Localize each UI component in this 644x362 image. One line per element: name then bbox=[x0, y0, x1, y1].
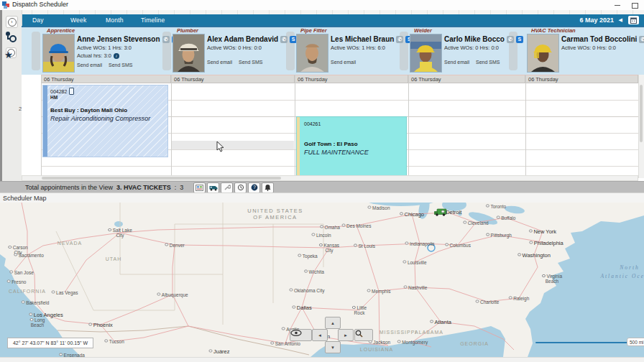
notifications-button[interactable] bbox=[262, 182, 274, 193]
eye-icon bbox=[290, 330, 302, 336]
report-button[interactable] bbox=[193, 182, 206, 193]
resource-photo bbox=[296, 34, 328, 73]
maximize-button[interactable] bbox=[630, 2, 640, 9]
map-label-city: Denver bbox=[165, 243, 184, 248]
colon: : bbox=[175, 184, 177, 191]
magnifier-icon bbox=[355, 330, 363, 338]
resource-stats: Active WOs: 0 Hrs: 0:0 bbox=[207, 45, 292, 51]
vertical-scrollbar[interactable] bbox=[638, 75, 644, 178]
day-column-header: 06 Thursday bbox=[171, 75, 295, 83]
map-label-country: UNITED STATES OF AMERICA bbox=[247, 208, 303, 221]
map-label-city: Lincoln bbox=[311, 233, 331, 238]
map-zoom-button[interactable] bbox=[354, 329, 373, 341]
map-label-big: Juárez bbox=[208, 349, 229, 354]
day-column-header: 06 Thursday bbox=[295, 75, 408, 83]
grid-line bbox=[41, 75, 42, 178]
map-label-city: Madison bbox=[367, 205, 390, 210]
map-label-city: Pittsburgh bbox=[486, 233, 512, 238]
send-email-link[interactable]: Send email bbox=[207, 60, 232, 65]
appointment-customer: Best Buy : Dayton Mall Ohio bbox=[50, 107, 127, 113]
mobile-icon bbox=[69, 88, 74, 95]
map-label-state: MISSISSIPPI bbox=[380, 330, 418, 335]
resource-card-alex[interactable]: Plumber Alex Adam Bendavid ✆ S Active WO… bbox=[171, 26, 293, 75]
current-date: 6 May 2021 bbox=[579, 17, 614, 24]
tab-timeline[interactable]: Timeline bbox=[141, 17, 165, 24]
map-section-header: Scheduler Map bbox=[0, 192, 644, 203]
minimize-button[interactable] bbox=[612, 2, 622, 9]
window-bottom-strip bbox=[0, 357, 644, 362]
map-label-city: Tucson bbox=[104, 339, 124, 344]
map-label-big: Phoenix bbox=[88, 322, 113, 328]
resource-card-les[interactable]: Pipe Fitter Les Michael Braun ✆ S Active… bbox=[295, 26, 407, 75]
map-label-ocean: Atlantic Ocean bbox=[600, 274, 644, 279]
view-name: 3. HVAC TICKETS bbox=[116, 184, 171, 191]
send-email-link[interactable]: Send email bbox=[444, 60, 469, 65]
calendar-picker-button[interactable] bbox=[628, 16, 639, 24]
map-label-city: Columbus bbox=[445, 243, 471, 248]
skype-icon[interactable]: S bbox=[516, 36, 523, 43]
collapse-resources-button[interactable]: › bbox=[6, 16, 18, 28]
phone-icon[interactable]: ✆ bbox=[280, 36, 288, 43]
appointment-code: HM bbox=[50, 95, 58, 100]
resource-name: Alex Adam Bendavid bbox=[207, 35, 278, 43]
map-visibility-button[interactable] bbox=[290, 329, 312, 341]
resource-route-icon[interactable] bbox=[4, 30, 17, 43]
map-label-state: UTAH bbox=[106, 256, 122, 261]
send-sms-link[interactable]: Send SMS bbox=[109, 62, 132, 68]
resource-name: Carman Tod Boccolini bbox=[561, 35, 637, 43]
phone-icon[interactable]: ✆ bbox=[396, 36, 403, 43]
dispatch-van-button[interactable] bbox=[207, 182, 219, 193]
map-label-city: Wichita bbox=[304, 269, 324, 274]
resource-photo bbox=[172, 34, 205, 73]
resource-card-carlo[interactable]: Welder Carlo Mike Bocco ✆ S Active WOs: … bbox=[408, 26, 524, 75]
send-sms-link[interactable]: Send SMS bbox=[476, 60, 500, 65]
hovered-cell[interactable] bbox=[172, 141, 294, 149]
resource-role: Welder bbox=[414, 27, 432, 34]
pan-left-button[interactable]: ◄ bbox=[312, 329, 328, 341]
map-label-state: GEORGIA bbox=[460, 341, 489, 346]
info-icon: i bbox=[114, 53, 119, 59]
resource-photo bbox=[42, 34, 75, 73]
send-email-link[interactable]: Send email bbox=[331, 60, 356, 65]
pan-up-button[interactable]: ▲ bbox=[325, 317, 341, 329]
tab-day[interactable]: Day bbox=[32, 17, 44, 24]
map-label-city: Topeka bbox=[298, 254, 317, 259]
appointment-004282[interactable]: 004282 HM Best Buy : Dayton Mall Ohio Re… bbox=[42, 85, 168, 157]
map-label-city: Fresno bbox=[7, 279, 27, 284]
favorites-star-icon[interactable]: ★ bbox=[4, 50, 13, 60]
resource-card-carman[interactable]: HVAC Technician Carman Tod Boccolini ✆ S… bbox=[525, 26, 644, 75]
resource-card-anne[interactable]: Apprentice Anne Jensen Stevenson ✆ S Act… bbox=[41, 26, 170, 75]
resource-photo bbox=[527, 34, 559, 73]
send-sms-link[interactable]: Send SMS bbox=[239, 60, 262, 65]
window-edge bbox=[0, 10, 2, 192]
phone-icon[interactable]: ✆ bbox=[639, 36, 644, 43]
tools-button[interactable] bbox=[221, 182, 233, 193]
map-label-city: Buffalo bbox=[497, 215, 516, 221]
map-label-ocean: North bbox=[620, 265, 640, 270]
map-label-city: Charlotte bbox=[476, 300, 500, 305]
map-scale-bar bbox=[535, 342, 636, 343]
map-label-state: NEVADA bbox=[58, 241, 82, 246]
map-label-city: Louisville bbox=[402, 260, 426, 265]
tab-week[interactable]: Week bbox=[70, 17, 86, 24]
map-label-city: Cleveland bbox=[463, 221, 488, 226]
pan-right-button[interactable]: ► bbox=[338, 329, 354, 341]
appointment-004261[interactable]: 004261 Golf Town : El Paso FULL MAINTENA… bbox=[296, 116, 407, 180]
history-button[interactable] bbox=[234, 182, 247, 193]
chevron-right-icon: › bbox=[8, 18, 17, 27]
phone-icon[interactable]: ✆ bbox=[162, 36, 170, 43]
pan-down-button[interactable]: ▼ bbox=[325, 341, 341, 353]
help-button[interactable]: ? bbox=[248, 182, 260, 193]
horizontal-scrollbar[interactable] bbox=[22, 175, 638, 181]
send-email-link[interactable]: Send email bbox=[77, 62, 102, 68]
scheduler-map[interactable]: UNITED STATES OF AMERICANorthAtlantic Oc… bbox=[0, 203, 644, 357]
resource-stats: Active WOs: 0 Hrs: 0:0 bbox=[444, 45, 523, 51]
phone-icon[interactable]: ✆ bbox=[507, 36, 514, 43]
resource-stats: Active WOs: 1 Hrs: 3:0 bbox=[77, 45, 168, 51]
map-label-city: Toronto bbox=[486, 204, 506, 209]
map-title: Scheduler Map bbox=[3, 195, 47, 202]
map-coordinates-readout: 42° 27' 43.07" N 83° 11' 00.15" W bbox=[7, 338, 93, 348]
date-back-arrow[interactable]: ◀ bbox=[619, 17, 622, 23]
tab-month[interactable]: Month bbox=[106, 17, 124, 24]
resource-photo bbox=[410, 34, 442, 73]
